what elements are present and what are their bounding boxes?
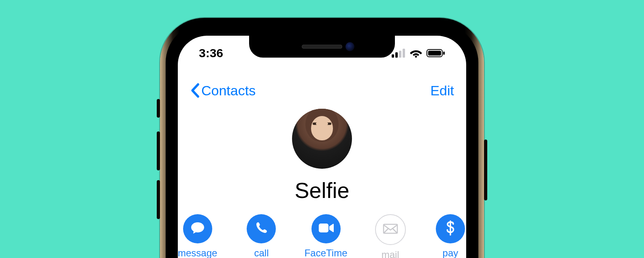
message-action: message xyxy=(178,214,217,258)
pay-action: pay xyxy=(435,214,466,258)
phone-screen: 3:36 xyxy=(178,36,466,258)
svg-rect-1 xyxy=(395,52,398,58)
pay-label: pay xyxy=(443,247,458,258)
status-icons xyxy=(392,49,445,58)
chevron-left-icon xyxy=(190,83,200,98)
svg-rect-8 xyxy=(319,224,328,232)
status-bar: 3:36 xyxy=(178,43,466,63)
facetime-button[interactable] xyxy=(311,214,341,243)
mail-button xyxy=(375,214,406,245)
action-row: message call xyxy=(178,214,466,258)
wifi-icon xyxy=(409,49,422,58)
phone-icon xyxy=(254,221,268,236)
svg-point-4 xyxy=(415,56,417,58)
status-time: 3:36 xyxy=(199,46,223,60)
phone-bezel: 3:36 xyxy=(166,24,478,258)
dollar-icon xyxy=(446,220,455,237)
svg-rect-2 xyxy=(399,51,401,58)
contact-name: Selfie xyxy=(294,178,349,203)
power-button xyxy=(484,140,487,200)
video-icon xyxy=(318,222,334,235)
volume-down-button xyxy=(157,180,160,219)
stage: 3:36 xyxy=(0,0,644,258)
facetime-action: FaceTime xyxy=(306,214,346,258)
pay-button[interactable] xyxy=(436,214,465,243)
call-button[interactable] xyxy=(247,214,276,243)
mail-icon xyxy=(383,223,398,236)
svg-rect-0 xyxy=(392,54,394,58)
contact-header: Selfie xyxy=(178,109,466,203)
back-label: Contacts xyxy=(201,83,256,99)
nav-bar: Contacts Edit xyxy=(178,76,466,105)
message-button[interactable] xyxy=(183,214,212,243)
svg-rect-7 xyxy=(443,52,445,55)
battery-icon xyxy=(426,49,445,58)
cellular-signal-icon xyxy=(392,49,405,58)
message-icon xyxy=(190,221,205,236)
back-button[interactable]: Contacts xyxy=(190,83,256,99)
mail-label: mail xyxy=(382,249,399,258)
svg-rect-3 xyxy=(403,49,405,58)
mute-switch xyxy=(157,99,160,118)
mail-action: mail xyxy=(375,214,406,258)
call-action: call xyxy=(245,214,277,258)
message-label: message xyxy=(178,247,217,258)
phone-frame: 3:36 xyxy=(160,18,484,258)
edit-button[interactable]: Edit xyxy=(430,83,454,99)
avatar[interactable] xyxy=(292,109,352,169)
call-label: call xyxy=(254,247,269,258)
volume-up-button xyxy=(157,131,160,170)
facetime-label: FaceTime xyxy=(305,247,348,258)
svg-rect-9 xyxy=(384,224,397,233)
svg-rect-6 xyxy=(428,51,441,56)
